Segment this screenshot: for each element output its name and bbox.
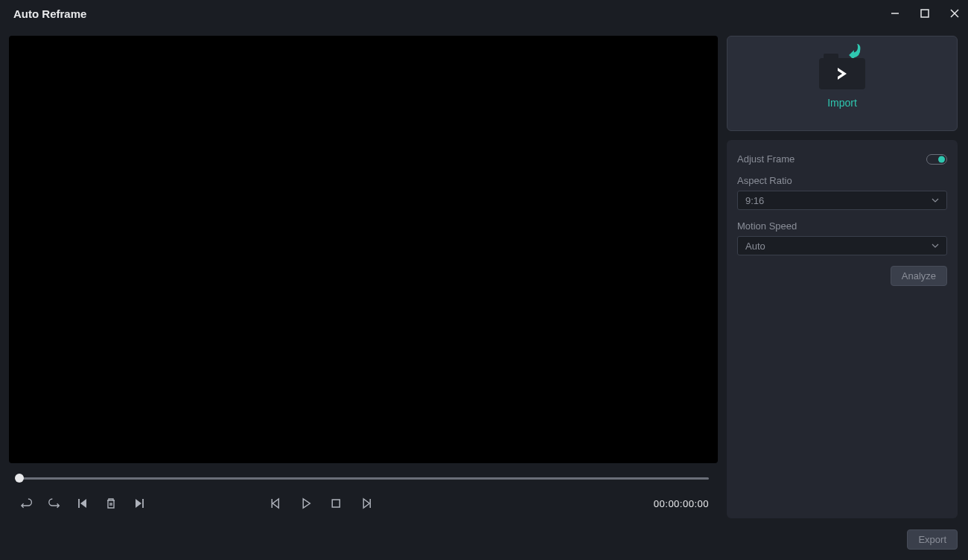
svg-marker-13: [363, 499, 369, 508]
aspect-ratio-select[interactable]: 9:16: [737, 191, 947, 210]
undo-icon: [19, 497, 33, 510]
undo-button[interactable]: [18, 495, 34, 512]
window-title: Auto Reframe: [13, 7, 86, 20]
edit-controls: [18, 495, 147, 512]
aspect-ratio-value: 9:16: [745, 195, 764, 206]
step-forward-button[interactable]: [357, 495, 374, 512]
svg-marker-10: [303, 499, 310, 508]
delete-button[interactable]: [103, 495, 119, 512]
svg-rect-11: [332, 500, 340, 507]
main-area: 00:00:00:00 Import Adjust Frame: [0, 27, 968, 527]
maximize-icon: [920, 8, 930, 19]
settings-panel: Adjust Frame Aspect Ratio 9:16 Motion Sp…: [727, 140, 958, 518]
play-icon: [300, 497, 312, 509]
adjust-frame-label: Adjust Frame: [737, 153, 795, 165]
close-button[interactable]: [947, 6, 962, 21]
playback-controls: [268, 495, 374, 512]
play-button[interactable]: [298, 495, 314, 512]
svg-rect-1: [921, 10, 929, 17]
svg-marker-14: [838, 68, 847, 80]
right-panel: Import Adjust Frame Aspect Ratio 9:16 Mo…: [727, 36, 958, 518]
import-card[interactable]: Import: [727, 36, 958, 131]
filmora-logo-icon: [835, 66, 850, 81]
skip-forward-icon: [133, 497, 145, 509]
svg-marker-6: [136, 499, 141, 508]
maximize-button[interactable]: [917, 6, 932, 21]
toggle-knob: [938, 156, 945, 162]
aspect-ratio-block: Aspect Ratio 9:16: [737, 175, 947, 210]
chevron-down-icon: [932, 244, 939, 248]
stop-button[interactable]: [328, 495, 344, 512]
trash-icon: [105, 497, 117, 509]
skip-back-icon: [77, 497, 89, 509]
motion-speed-select[interactable]: Auto: [737, 236, 947, 255]
stop-icon: [330, 497, 342, 509]
video-preview[interactable]: [9, 36, 718, 463]
folder-icon: [819, 58, 865, 89]
motion-speed-value: Auto: [745, 241, 765, 252]
bottom-bar: Export: [0, 527, 968, 551]
prev-frame-button[interactable]: [74, 495, 91, 512]
next-frame-button[interactable]: [131, 495, 147, 512]
import-label: Import: [827, 97, 857, 109]
player-controls: 00:00:00:00: [9, 489, 718, 518]
analyze-button[interactable]: Analyze: [891, 266, 947, 286]
window-controls: [888, 6, 962, 21]
preview-panel: 00:00:00:00: [9, 36, 718, 518]
motion-speed-label: Motion Speed: [737, 220, 947, 232]
timeline-track[interactable]: [18, 477, 709, 480]
adjust-frame-toggle[interactable]: [926, 154, 947, 165]
redo-button[interactable]: [46, 495, 63, 512]
analyze-row: Analyze: [737, 266, 947, 286]
close-icon: [949, 8, 960, 19]
timecode: 00:00:00:00: [654, 498, 709, 509]
chevron-down-icon: [932, 198, 939, 203]
timeline-handle[interactable]: [15, 474, 24, 483]
step-back-button[interactable]: [268, 495, 284, 512]
minimize-icon: [890, 8, 900, 19]
timeline[interactable]: [9, 468, 718, 489]
minimize-button[interactable]: [888, 6, 902, 21]
step-back-icon: [270, 497, 282, 509]
aspect-ratio-label: Aspect Ratio: [737, 175, 947, 186]
svg-marker-8: [273, 499, 278, 508]
step-forward-icon: [360, 497, 372, 509]
redo-icon: [48, 497, 61, 510]
titlebar: Auto Reframe: [0, 0, 968, 27]
svg-marker-5: [80, 499, 86, 508]
export-button[interactable]: Export: [907, 529, 958, 550]
motion-speed-block: Motion Speed Auto: [737, 220, 947, 255]
adjust-frame-row: Adjust Frame: [737, 153, 947, 165]
